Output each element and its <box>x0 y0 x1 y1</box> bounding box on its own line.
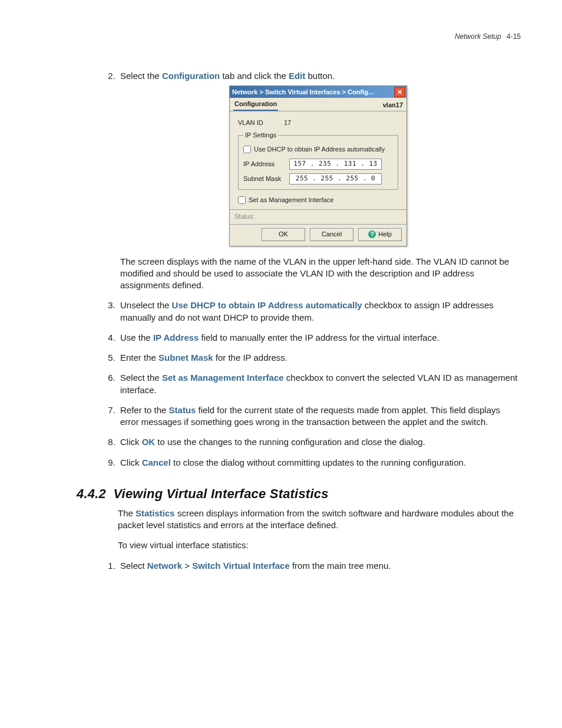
subnet-field[interactable]: 255 . 255 . 255 . 0 <box>289 173 382 185</box>
text: Refer to the <box>120 405 169 415</box>
section-paragraph-2: To view virtual interface statistics: <box>118 539 521 551</box>
text: Click <box>120 457 142 467</box>
step-2-explanation: The screen displays with the name of the… <box>120 256 521 292</box>
text: Enter the <box>120 353 158 363</box>
section-title: Viewing Virtual Interface Statistics <box>114 486 329 501</box>
help-button-label: Help <box>378 230 392 239</box>
ip-settings-legend: IP Settings <box>243 131 278 140</box>
section-heading: 4.4.2 Viewing Virtual Interface Statisti… <box>77 486 521 502</box>
step-8: Click OK to use the changes to the runni… <box>118 436 521 448</box>
cancel-term: Cancel <box>142 457 171 467</box>
vlan-id-label: VLAN ID <box>238 118 284 127</box>
vlan-name-label: vlan17 <box>383 101 403 111</box>
text: for the IP address. <box>213 353 287 363</box>
svi-term: Switch Virtual Interface <box>192 561 290 571</box>
subnet-label: Subnet Mask <box>243 174 289 183</box>
network-term: Network <box>147 561 182 571</box>
config-dialog: Network > Switch Virtual Interfaces > Co… <box>229 85 407 246</box>
ip-address-value: 157 . 235 . 131 . 13 <box>293 160 377 169</box>
text: Select the <box>120 373 162 383</box>
help-button[interactable]: ?Help <box>358 228 402 241</box>
dhcp-checkbox-row[interactable]: Use DHCP to obtain IP Address automatica… <box>243 145 393 154</box>
dhcp-checkbox[interactable] <box>243 146 251 153</box>
status-bar: Status: <box>230 209 406 225</box>
text: from the main tree menu. <box>290 561 391 571</box>
mgmt-label: Set as Management Interface <box>249 196 333 205</box>
configuration-label: Configuration <box>162 71 220 81</box>
ipaddr-term: IP Address <box>153 332 199 342</box>
subnet-value: 255 . 255 . 255 . 0 <box>296 174 375 183</box>
section-number: 4.4.2 <box>77 486 106 501</box>
text: > <box>182 561 192 571</box>
ip-address-field[interactable]: 157 . 235 . 131 . 13 <box>289 159 382 170</box>
window-title: Network > Switch Virtual Interfaces > Co… <box>232 88 394 97</box>
help-icon: ? <box>368 230 376 238</box>
dhcp-term: Use DHCP to obtain IP Address automatica… <box>172 300 362 310</box>
subnet-row: Subnet Mask 255 . 255 . 255 . 0 <box>243 173 393 185</box>
section-paragraph-1: The Statistics screen displays informati… <box>118 508 521 532</box>
vlan-id-row: VLAN ID 17 <box>238 118 398 127</box>
step-6: Select the Set as Management Interface c… <box>118 372 521 396</box>
step-7: Refer to the Status field for the curren… <box>118 404 521 429</box>
text: Select <box>120 561 147 571</box>
tab-bar: Configuration vlan17 <box>230 98 406 111</box>
text: button. <box>305 71 335 81</box>
step-4: Use the IP Address field to manually ent… <box>118 332 521 344</box>
step-3: Unselect the Use DHCP to obtain IP Addre… <box>118 299 521 324</box>
mgmt-checkbox-row[interactable]: Set as Management Interface <box>238 196 398 205</box>
ip-address-row: IP Address 157 . 235 . 131 . 13 <box>243 159 393 170</box>
mgmt-checkbox[interactable] <box>238 196 246 204</box>
ok-button[interactable]: OK <box>262 228 305 241</box>
text: to use the changes to the running config… <box>155 437 425 447</box>
header-page: 4-15 <box>507 32 521 41</box>
ok-term: OK <box>142 437 156 447</box>
ok-button-label: OK <box>279 230 288 239</box>
text: Select the <box>120 71 162 81</box>
vlan-id-value: 17 <box>284 118 291 127</box>
edit-label: Edit <box>289 71 305 81</box>
dialog-screenshot: Network > Switch Virtual Interfaces > Co… <box>229 85 521 246</box>
ip-address-label: IP Address <box>243 160 289 169</box>
text: Use the <box>120 332 153 342</box>
text: The <box>118 508 135 518</box>
button-row: OK Cancel ?Help <box>230 225 406 246</box>
tab-configuration[interactable]: Configuration <box>233 100 278 111</box>
subnet-term: Subnet Mask <box>158 353 213 363</box>
page: Network Setup 4-15 Select the Configurat… <box>0 0 562 607</box>
text: Click <box>120 437 142 447</box>
dialog-body: VLAN ID 17 IP Settings Use DHCP to obtai… <box>230 111 406 209</box>
status-term: Status <box>169 405 196 415</box>
title-bar: Network > Switch Virtual Interfaces > Co… <box>230 86 406 98</box>
cancel-button-label: Cancel <box>322 230 342 239</box>
step-2: Select the Configuration tab and click t… <box>118 70 521 291</box>
step-9: Click Cancel to close the dialog without… <box>118 457 521 469</box>
text: field to manually enter the IP address f… <box>199 332 439 342</box>
ip-settings-fieldset: IP Settings Use DHCP to obtain IP Addres… <box>238 131 398 190</box>
close-icon[interactable]: ✕ <box>394 87 405 97</box>
text: to close the dialog without committing u… <box>171 457 466 467</box>
step-5: Enter the Subnet Mask for the IP address… <box>118 352 521 364</box>
text: tab and click the <box>220 71 289 81</box>
procedure-steps-bottom: Select Network > Switch Virtual Interfac… <box>77 560 521 572</box>
header-section: Network Setup <box>455 32 501 41</box>
mgmt-term: Set as Management Interface <box>162 373 284 383</box>
text: Unselect the <box>120 300 172 310</box>
step-1: Select Network > Switch Virtual Interfac… <box>118 560 521 572</box>
page-header: Network Setup 4-15 <box>77 32 521 41</box>
dhcp-label: Use DHCP to obtain IP Address automatica… <box>254 145 385 154</box>
statistics-term: Statistics <box>135 508 175 518</box>
text: screen displays information from the swi… <box>118 508 514 530</box>
status-label: Status: <box>234 213 254 220</box>
procedure-steps-top: Select the Configuration tab and click t… <box>77 70 521 469</box>
cancel-button[interactable]: Cancel <box>310 228 353 241</box>
